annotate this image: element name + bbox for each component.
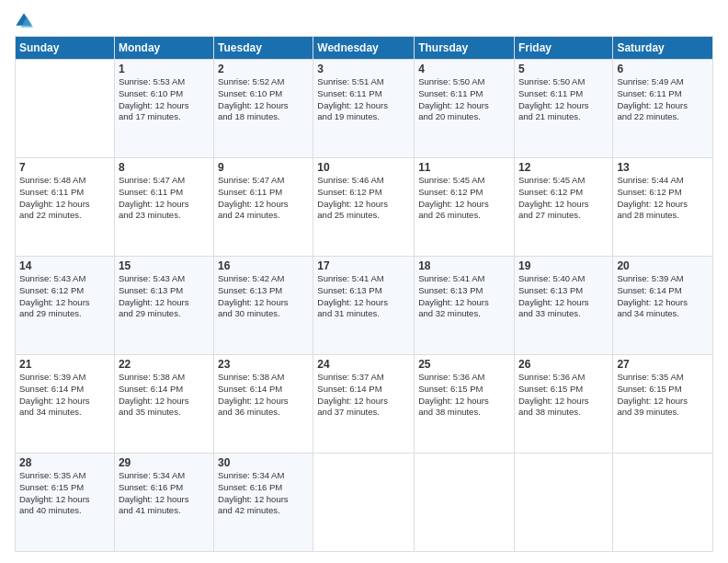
calendar-cell: 21Sunrise: 5:39 AM Sunset: 6:14 PM Dayli… bbox=[16, 355, 115, 454]
header bbox=[15, 11, 713, 30]
calendar-cell bbox=[313, 454, 415, 552]
calendar-cell: 5Sunrise: 5:50 AM Sunset: 6:11 PM Daylig… bbox=[514, 60, 612, 158]
calendar-day-header: Saturday bbox=[613, 37, 713, 60]
day-number: 15 bbox=[119, 259, 210, 272]
day-info: Sunrise: 5:46 AM Sunset: 6:12 PM Dayligh… bbox=[317, 175, 410, 222]
day-number: 1 bbox=[119, 63, 210, 75]
day-number: 11 bbox=[418, 161, 510, 174]
calendar-cell: 29Sunrise: 5:34 AM Sunset: 6:16 PM Dayli… bbox=[114, 454, 213, 552]
day-number: 7 bbox=[19, 161, 110, 174]
day-number: 6 bbox=[617, 63, 709, 75]
day-number: 17 bbox=[317, 259, 410, 272]
day-number: 2 bbox=[218, 63, 309, 75]
calendar-table: SundayMondayTuesdayWednesdayThursdayFrid… bbox=[15, 36, 713, 552]
day-info: Sunrise: 5:48 AM Sunset: 6:11 PM Dayligh… bbox=[19, 175, 110, 222]
calendar-cell: 2Sunrise: 5:52 AM Sunset: 6:10 PM Daylig… bbox=[214, 60, 313, 158]
calendar-cell: 16Sunrise: 5:42 AM Sunset: 6:13 PM Dayli… bbox=[214, 257, 313, 355]
day-number: 21 bbox=[19, 358, 110, 371]
day-number: 16 bbox=[218, 259, 309, 272]
day-info: Sunrise: 5:42 AM Sunset: 6:13 PM Dayligh… bbox=[218, 273, 309, 320]
day-number: 12 bbox=[518, 161, 609, 174]
day-info: Sunrise: 5:39 AM Sunset: 6:14 PM Dayligh… bbox=[617, 273, 709, 320]
calendar-day-header: Monday bbox=[114, 37, 213, 60]
calendar-cell: 30Sunrise: 5:34 AM Sunset: 6:16 PM Dayli… bbox=[214, 454, 313, 552]
day-info: Sunrise: 5:47 AM Sunset: 6:11 PM Dayligh… bbox=[119, 175, 210, 222]
day-number: 29 bbox=[119, 456, 210, 469]
day-number: 27 bbox=[617, 358, 709, 371]
day-info: Sunrise: 5:50 AM Sunset: 6:11 PM Dayligh… bbox=[518, 76, 609, 123]
day-number: 13 bbox=[617, 161, 709, 174]
day-number: 30 bbox=[218, 456, 309, 469]
day-info: Sunrise: 5:35 AM Sunset: 6:15 PM Dayligh… bbox=[617, 372, 709, 419]
calendar-cell: 24Sunrise: 5:37 AM Sunset: 6:14 PM Dayli… bbox=[313, 355, 415, 454]
calendar-day-header: Sunday bbox=[16, 37, 115, 60]
calendar-cell: 7Sunrise: 5:48 AM Sunset: 6:11 PM Daylig… bbox=[16, 158, 115, 257]
logo bbox=[15, 11, 37, 30]
day-info: Sunrise: 5:36 AM Sunset: 6:15 PM Dayligh… bbox=[418, 372, 510, 419]
day-info: Sunrise: 5:41 AM Sunset: 6:13 PM Dayligh… bbox=[418, 273, 510, 320]
day-number: 20 bbox=[617, 259, 709, 272]
calendar-cell: 20Sunrise: 5:39 AM Sunset: 6:14 PM Dayli… bbox=[613, 257, 713, 355]
calendar-cell: 15Sunrise: 5:43 AM Sunset: 6:13 PM Dayli… bbox=[114, 257, 213, 355]
day-number: 24 bbox=[317, 358, 410, 371]
day-info: Sunrise: 5:51 AM Sunset: 6:11 PM Dayligh… bbox=[317, 76, 410, 123]
calendar-cell: 27Sunrise: 5:35 AM Sunset: 6:15 PM Dayli… bbox=[613, 355, 713, 454]
page: SundayMondayTuesdayWednesdayThursdayFrid… bbox=[0, 0, 728, 563]
calendar-cell: 13Sunrise: 5:44 AM Sunset: 6:12 PM Dayli… bbox=[613, 158, 713, 257]
day-number: 4 bbox=[418, 63, 510, 75]
calendar-cell: 6Sunrise: 5:49 AM Sunset: 6:11 PM Daylig… bbox=[613, 60, 713, 158]
calendar-cell: 22Sunrise: 5:38 AM Sunset: 6:14 PM Dayli… bbox=[114, 355, 213, 454]
day-info: Sunrise: 5:45 AM Sunset: 6:12 PM Dayligh… bbox=[418, 175, 510, 222]
day-info: Sunrise: 5:37 AM Sunset: 6:14 PM Dayligh… bbox=[317, 372, 410, 419]
day-info: Sunrise: 5:36 AM Sunset: 6:15 PM Dayligh… bbox=[518, 372, 609, 419]
day-info: Sunrise: 5:34 AM Sunset: 6:16 PM Dayligh… bbox=[119, 470, 210, 517]
calendar-cell: 11Sunrise: 5:45 AM Sunset: 6:12 PM Dayli… bbox=[415, 158, 515, 257]
calendar-week-row: 21Sunrise: 5:39 AM Sunset: 6:14 PM Dayli… bbox=[16, 355, 713, 454]
day-info: Sunrise: 5:49 AM Sunset: 6:11 PM Dayligh… bbox=[617, 76, 709, 123]
day-number: 10 bbox=[317, 161, 410, 174]
calendar-cell: 8Sunrise: 5:47 AM Sunset: 6:11 PM Daylig… bbox=[114, 158, 213, 257]
calendar-cell: 19Sunrise: 5:40 AM Sunset: 6:13 PM Dayli… bbox=[514, 257, 612, 355]
calendar-week-row: 1Sunrise: 5:53 AM Sunset: 6:10 PM Daylig… bbox=[16, 60, 713, 158]
day-info: Sunrise: 5:52 AM Sunset: 6:10 PM Dayligh… bbox=[218, 76, 309, 123]
calendar-cell: 12Sunrise: 5:45 AM Sunset: 6:12 PM Dayli… bbox=[514, 158, 612, 257]
day-number: 9 bbox=[218, 161, 309, 174]
calendar-week-row: 14Sunrise: 5:43 AM Sunset: 6:12 PM Dayli… bbox=[16, 257, 713, 355]
calendar-cell: 25Sunrise: 5:36 AM Sunset: 6:15 PM Dayli… bbox=[415, 355, 515, 454]
calendar-cell: 17Sunrise: 5:41 AM Sunset: 6:13 PM Dayli… bbox=[313, 257, 415, 355]
day-number: 28 bbox=[19, 456, 110, 469]
calendar-cell bbox=[613, 454, 713, 552]
day-number: 18 bbox=[418, 259, 510, 272]
calendar-day-header: Wednesday bbox=[313, 37, 415, 60]
day-info: Sunrise: 5:50 AM Sunset: 6:11 PM Dayligh… bbox=[418, 76, 510, 123]
day-info: Sunrise: 5:40 AM Sunset: 6:13 PM Dayligh… bbox=[518, 273, 609, 320]
day-info: Sunrise: 5:38 AM Sunset: 6:14 PM Dayligh… bbox=[119, 372, 210, 419]
calendar-cell: 4Sunrise: 5:50 AM Sunset: 6:11 PM Daylig… bbox=[415, 60, 515, 158]
calendar-week-row: 7Sunrise: 5:48 AM Sunset: 6:11 PM Daylig… bbox=[16, 158, 713, 257]
day-info: Sunrise: 5:44 AM Sunset: 6:12 PM Dayligh… bbox=[617, 175, 709, 222]
calendar-cell: 14Sunrise: 5:43 AM Sunset: 6:12 PM Dayli… bbox=[16, 257, 115, 355]
calendar-day-header: Thursday bbox=[415, 37, 515, 60]
day-info: Sunrise: 5:45 AM Sunset: 6:12 PM Dayligh… bbox=[518, 175, 609, 222]
day-number: 22 bbox=[119, 358, 210, 371]
calendar-cell bbox=[16, 60, 115, 158]
calendar-cell: 28Sunrise: 5:35 AM Sunset: 6:15 PM Dayli… bbox=[16, 454, 115, 552]
calendar-week-row: 28Sunrise: 5:35 AM Sunset: 6:15 PM Dayli… bbox=[16, 454, 713, 552]
day-number: 19 bbox=[518, 259, 609, 272]
day-info: Sunrise: 5:53 AM Sunset: 6:10 PM Dayligh… bbox=[119, 76, 210, 123]
day-info: Sunrise: 5:43 AM Sunset: 6:12 PM Dayligh… bbox=[19, 273, 110, 320]
calendar-cell: 26Sunrise: 5:36 AM Sunset: 6:15 PM Dayli… bbox=[514, 355, 612, 454]
calendar-cell: 1Sunrise: 5:53 AM Sunset: 6:10 PM Daylig… bbox=[114, 60, 213, 158]
day-number: 3 bbox=[317, 63, 410, 75]
day-info: Sunrise: 5:38 AM Sunset: 6:14 PM Dayligh… bbox=[218, 372, 309, 419]
day-number: 8 bbox=[119, 161, 210, 174]
day-number: 5 bbox=[518, 63, 609, 75]
day-info: Sunrise: 5:35 AM Sunset: 6:15 PM Dayligh… bbox=[19, 470, 110, 517]
day-info: Sunrise: 5:41 AM Sunset: 6:13 PM Dayligh… bbox=[317, 273, 410, 320]
calendar-cell: 23Sunrise: 5:38 AM Sunset: 6:14 PM Dayli… bbox=[214, 355, 313, 454]
day-number: 25 bbox=[418, 358, 510, 371]
calendar-cell: 3Sunrise: 5:51 AM Sunset: 6:11 PM Daylig… bbox=[313, 60, 415, 158]
logo-icon bbox=[15, 12, 33, 30]
day-info: Sunrise: 5:39 AM Sunset: 6:14 PM Dayligh… bbox=[19, 372, 110, 419]
calendar-day-header: Friday bbox=[514, 37, 612, 60]
